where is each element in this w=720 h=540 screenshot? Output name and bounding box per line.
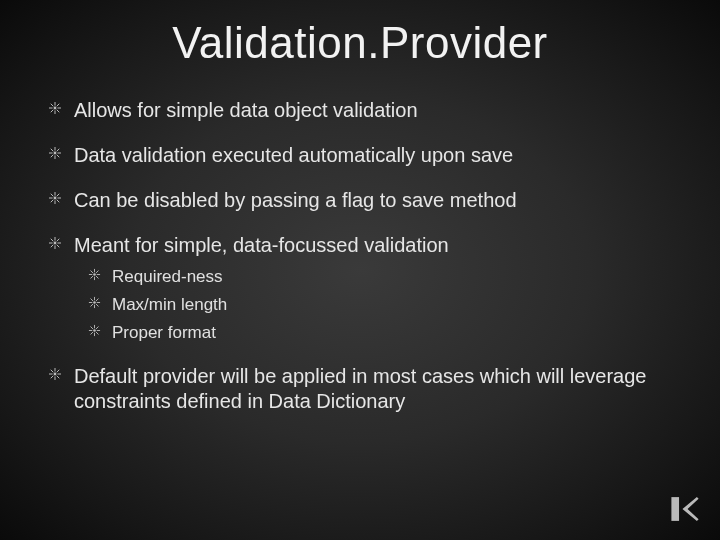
svg-line-52 — [91, 304, 93, 306]
list-item-text: Can be disabled by passing a flag to sav… — [74, 189, 517, 211]
svg-line-24 — [57, 194, 59, 196]
svg-line-32 — [57, 245, 59, 247]
list-item-text: Default provider will be applied in most… — [74, 365, 647, 412]
svg-line-68 — [57, 376, 59, 378]
list-item-text: Required-ness — [112, 267, 223, 286]
svg-line-22 — [51, 194, 53, 196]
svg-line-25 — [51, 200, 53, 202]
svg-line-40 — [91, 271, 93, 273]
list-item-text: Proper format — [112, 323, 216, 342]
svg-point-44 — [93, 273, 96, 276]
burst-icon — [48, 191, 62, 205]
svg-line-4 — [51, 104, 53, 106]
svg-line-59 — [96, 333, 98, 335]
svg-point-17 — [54, 152, 57, 155]
svg-line-50 — [96, 304, 98, 306]
list-item-text: Allows for simple data object validation — [74, 99, 418, 121]
svg-line-42 — [96, 271, 98, 273]
svg-line-49 — [91, 299, 93, 301]
list-item: Allows for simple data object validation — [48, 98, 672, 123]
svg-line-31 — [51, 239, 53, 241]
svg-line-67 — [51, 370, 53, 372]
burst-icon — [48, 101, 62, 115]
list-item: Default provider will be applied in most… — [48, 364, 672, 414]
list-item: Required-ness — [88, 266, 672, 288]
sub-bullet-list: Required-ness Max/min length Proper form… — [88, 266, 672, 344]
svg-line-58 — [91, 327, 93, 329]
burst-icon — [88, 268, 101, 281]
list-item-text: Meant for simple, data-focussed validati… — [74, 234, 449, 256]
list-item: Data validation executed automatically u… — [48, 143, 672, 168]
burst-icon — [48, 367, 62, 381]
svg-line-14 — [57, 155, 59, 157]
svg-point-26 — [54, 197, 57, 200]
list-item: Can be disabled by passing a flag to sav… — [48, 188, 672, 213]
list-item: Proper format — [88, 322, 672, 344]
svg-point-53 — [93, 301, 96, 304]
slide-content: Allows for simple data object validation… — [0, 68, 720, 414]
svg-line-70 — [51, 376, 53, 378]
svg-point-35 — [54, 242, 57, 245]
svg-line-7 — [51, 110, 53, 112]
svg-line-51 — [96, 299, 98, 301]
slide-title: Validation.Provider — [0, 0, 720, 68]
svg-point-62 — [93, 329, 96, 332]
svg-line-15 — [57, 149, 59, 151]
svg-point-71 — [54, 373, 57, 376]
svg-line-41 — [96, 276, 98, 278]
list-item: Max/min length — [88, 294, 672, 316]
burst-icon — [48, 146, 62, 160]
brand-logo-icon — [668, 492, 702, 526]
burst-icon — [88, 296, 101, 309]
svg-line-33 — [57, 239, 59, 241]
svg-marker-73 — [682, 497, 698, 521]
svg-line-6 — [57, 104, 59, 106]
slide: Validation.Provider Allows for simple da… — [0, 0, 720, 540]
burst-icon — [88, 324, 101, 337]
svg-line-23 — [57, 200, 59, 202]
list-item-text: Data validation executed automatically u… — [74, 144, 513, 166]
bullet-list: Allows for simple data object validation… — [48, 98, 672, 414]
svg-line-60 — [96, 327, 98, 329]
svg-line-34 — [51, 245, 53, 247]
svg-line-43 — [91, 276, 93, 278]
svg-rect-72 — [671, 497, 679, 521]
svg-line-5 — [57, 110, 59, 112]
svg-line-61 — [91, 333, 93, 335]
svg-point-8 — [54, 107, 57, 110]
svg-line-13 — [51, 149, 53, 151]
list-item-text: Max/min length — [112, 295, 227, 314]
svg-line-69 — [57, 370, 59, 372]
list-item: Meant for simple, data-focussed validati… — [48, 233, 672, 344]
burst-icon — [48, 236, 62, 250]
svg-line-16 — [51, 155, 53, 157]
